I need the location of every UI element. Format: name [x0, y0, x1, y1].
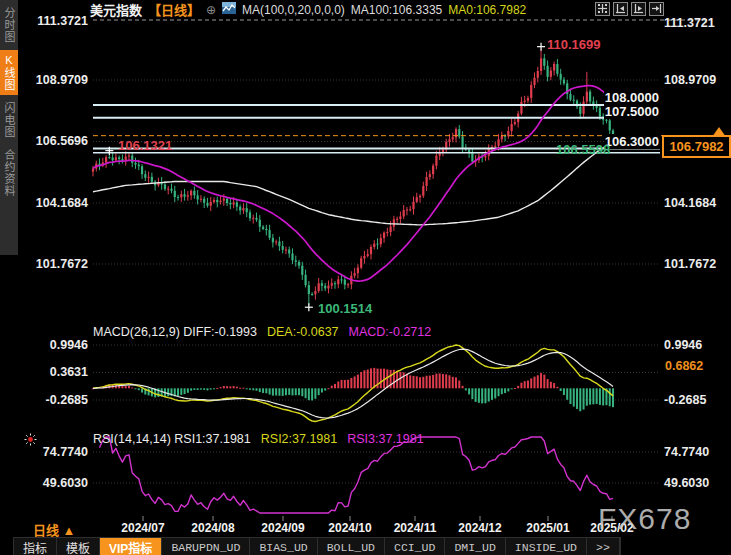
x-axis-tick-label: 2025/01: [526, 521, 569, 535]
chart-header: 美元指数 【日线】 ⊕ MA(100,0,20,0,0,0) MA100:106…: [90, 0, 526, 19]
x-axis-tick-label: 2024/09: [261, 521, 304, 535]
price-level-label: 106.3000: [604, 134, 660, 149]
rsi3-label: RSI3:37.1981: [347, 432, 423, 446]
price-axis-label-left: 104.1684: [20, 196, 88, 210]
x-axis-tick-label: 2024/12: [458, 521, 501, 535]
tab-template[interactable]: 模板: [57, 538, 100, 555]
price-level-label: 107.5000: [604, 104, 660, 119]
price-axis-label-left: 106.5696: [20, 134, 88, 148]
macd-axis-label-left: 0.3631: [20, 365, 88, 379]
chart-canvas[interactable]: [0, 0, 731, 555]
macd-axis-label-right: -0.2685: [664, 393, 706, 407]
period-tag: 【日线】: [148, 0, 200, 19]
rsi-axis-label-right: 74.7740: [664, 445, 709, 459]
x-axis-tick-label: 2024/08: [191, 521, 234, 535]
sidebar-item-timeshare-chart[interactable]: 分时图: [0, 3, 18, 47]
macd-macd-label: MACD:-0.2712: [349, 325, 432, 339]
indicator-tab-bar: 指标模板VIP指标BARUPDN_UDBIAS_UDBOLL_UDCCI_UDD…: [13, 537, 621, 555]
rsi2-label: RSI2:37.1981: [261, 432, 337, 446]
axis-arrow-left-icon: [615, 2, 626, 17]
tab-indicator[interactable]: 指标: [14, 538, 57, 555]
tab-boll-ud[interactable]: BOLL_UD: [318, 538, 385, 555]
line-chart-icon: [222, 2, 236, 17]
fx678-watermark: FX678: [598, 502, 691, 536]
rsi-axis-label-right: 49.6030: [664, 476, 709, 490]
symbol-title: 美元指数: [90, 0, 142, 19]
price-axis-label-right: 101.7672: [664, 257, 716, 271]
price-axis-label-right: 104.1684: [664, 196, 716, 210]
move-cross-icon: [597, 2, 608, 17]
tab-bias-ud[interactable]: BIAS_UD: [250, 538, 317, 555]
rsi-pane-header: RSI(14,14,14) RSI1:37.1981 RSI2:37.1981 …: [93, 432, 424, 446]
sidebar-item-flash-chart[interactable]: 闪电图: [0, 98, 18, 142]
x-axis-tick-label: 2024/07: [121, 521, 164, 535]
tab-more[interactable]: >>: [587, 538, 620, 555]
rsi-axis-label-left: 74.7740: [20, 445, 88, 459]
ma-settings-label: MA(100,0,20,0,0,0): [242, 3, 345, 17]
macd-dea-label: DEA:-0.0637: [267, 325, 339, 339]
sidebar: 分时图K线图闪电图合约资料: [0, 0, 18, 255]
price-axis-label-left: 108.9709: [20, 73, 88, 87]
sidebar-item-contract-info[interactable]: 合约资料: [0, 145, 18, 201]
rsi-axis-label-left: 49.6030: [20, 476, 88, 490]
page-forward-button[interactable]: [649, 2, 664, 16]
tab-barupdn-ud[interactable]: BARUPDN_UD: [162, 538, 250, 555]
move-button[interactable]: [595, 2, 610, 16]
chart-toolbar-buttons: [595, 2, 664, 16]
current-price-badge: 106.7982: [662, 135, 731, 158]
period-low-label: 100.1514: [318, 301, 372, 316]
axis-arrow-right-icon: [633, 2, 644, 17]
tab-dmi-ud[interactable]: DMI_UD: [445, 538, 505, 555]
axis-compress-right-button[interactable]: [631, 2, 646, 16]
rsi-title: RSI(14,14,14) RSI1:37.1981: [93, 432, 251, 446]
axis-compress-left-button[interactable]: [613, 2, 628, 16]
macd-axis-label-left: -0.2685: [20, 393, 88, 407]
price-level-label: 108.0000: [604, 90, 660, 105]
ma-end-value-label: 106.5598: [556, 142, 610, 157]
add-indicator-icon[interactable]: ⊕: [206, 3, 216, 17]
price-axis-label-right: 111.3721: [664, 16, 715, 30]
page-forward-icon: [651, 2, 662, 17]
chart-application-window: 分时图K线图闪电图合约资料 美元指数 【日线】 ⊕ MA(100,0,20,0,…: [0, 0, 731, 555]
macd-axis-label-right: 0.9946: [664, 338, 702, 352]
price-axis-label-right: 108.9709: [664, 73, 716, 87]
price-axis-label-left: 101.7672: [20, 257, 88, 271]
sidebar-item-kline-chart[interactable]: K线图: [0, 50, 18, 95]
tab-vip-indicator[interactable]: VIP指标: [100, 538, 162, 555]
period-high-label: 110.1699: [547, 37, 601, 52]
macd-title: MACD(26,12,9) DIFF:-0.1993: [93, 325, 257, 339]
x-axis-tick-label: 2024/10: [328, 521, 371, 535]
tab-cci-ud[interactable]: CCI_UD: [385, 538, 445, 555]
left-level-label: 106.1321: [118, 138, 172, 153]
ma0-value-label: MA0:106.7982: [448, 3, 526, 17]
price-axis-label-left: 111.3721: [20, 14, 88, 28]
ma100-value-label: MA100:106.3335: [351, 3, 442, 17]
x-axis-tick-label: 2024/11: [394, 521, 437, 535]
macd-value-badge: 0.6862: [662, 358, 723, 374]
tab-inside-ud[interactable]: INSIDE_UD: [506, 538, 587, 555]
macd-axis-label-left: 0.9946: [20, 338, 88, 352]
macd-pane-header: MACD(26,12,9) DIFF:-0.1993 DEA:-0.0637 M…: [93, 325, 431, 339]
